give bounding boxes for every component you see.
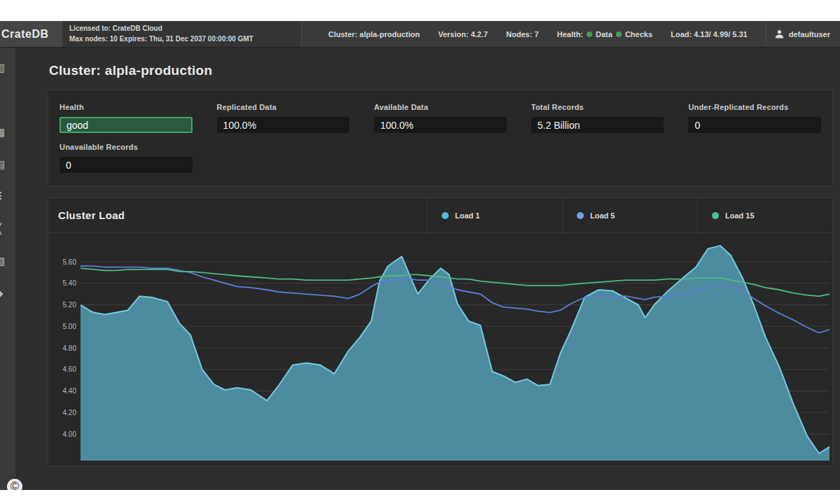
metric-available-data-label: Available Data (374, 103, 507, 111)
topbar-load: Load: 4.13/ 4.99/ 5.31 (671, 30, 747, 38)
topbar-cluster-name: Cluster: alpla-production (328, 30, 420, 38)
health-checks-label: Checks (625, 30, 652, 38)
health-label: Health: (557, 30, 583, 38)
sidebar-item-views[interactable]: ▤ (0, 153, 15, 176)
sidebar-item-monitoring[interactable]: ▧ (0, 249, 15, 273)
data-health-dot-icon (587, 31, 592, 37)
sidebar-item-shards[interactable]: ⠿ (0, 185, 15, 209)
svg-text:4.80: 4.80 (63, 344, 77, 352)
metric-replicated-data: Replicated Data 100.0% (217, 103, 350, 133)
svg-text:4.40: 4.40 (63, 387, 77, 395)
checks-health-dot-icon (616, 31, 622, 37)
svg-text:4.20: 4.20 (63, 409, 77, 416)
topbar: CrateDB Licensed to: CrateDB Cloud Max n… (0, 21, 840, 48)
chart-title: Cluster Load (48, 198, 427, 232)
overview-icon: ▥ (0, 62, 5, 74)
sidebar-item-cluster[interactable]: ╳ (0, 217, 15, 241)
legend-load-15[interactable]: Load 15 (697, 198, 832, 232)
topbar-status-strip: Cluster: alpla-production Version: 4.2.7… (301, 21, 766, 47)
sidebar-item-overview[interactable]: ▥ (0, 56, 15, 80)
topbar-nodes: Nodes: 7 (506, 30, 538, 38)
legend-load-1[interactable]: Load 1 (427, 198, 562, 232)
sidebar-item-console[interactable]: ▸ (0, 88, 15, 112)
legend-load-5-label: Load 5 (590, 211, 615, 220)
metric-replicated-data-value: 100.0% (217, 117, 350, 133)
cluster-icon: ╳ (0, 223, 1, 234)
metric-under-replicated-records-label: Under-Replicated Records (688, 103, 821, 111)
load1-dot-icon (442, 212, 449, 219)
views-icon: ▤ (0, 158, 5, 170)
topbar-health: Health: Data Checks (557, 30, 652, 38)
monitoring-icon: ▧ (0, 255, 5, 267)
metric-available-data: Available Data 100.0% (374, 103, 507, 133)
metric-total-records: Total Records 5.2 Billion (531, 103, 664, 133)
app-window: CrateDB Licensed to: CrateDB Cloud Max n… (0, 21, 840, 490)
page-title: Cluster: alpla-production (49, 63, 833, 78)
tables-icon: ▦ (0, 126, 5, 138)
license-info: Licensed to: CrateDB Cloud Max nodes: 10… (62, 21, 301, 47)
license-line1: Licensed to: CrateDB Cloud (69, 24, 301, 34)
load15-dot-icon (712, 212, 719, 219)
metric-under-replicated-records-value: 0 (688, 117, 821, 133)
cluster-load-chart: 5.605.405.205.004.804.604.404.204.00 (48, 233, 832, 465)
shards-icon: ⠿ (0, 190, 3, 202)
metric-total-records-value: 5.2 Billion (531, 117, 664, 133)
topbar-version: Version: 4.2.7 (438, 30, 488, 38)
legend-load-15-label: Load 15 (725, 211, 755, 220)
metric-under-replicated-records: Under-Replicated Records 0 (688, 103, 821, 133)
metric-replicated-data-label: Replicated Data (217, 103, 350, 111)
sidebar: ▥ ▸ ▦ ▤ ⠿ ╳ ▧ ◆ › (0, 48, 15, 490)
cratedb-logo[interactable]: CrateDB (0, 21, 62, 47)
cluster-health-panel: Health good Replicated Data 100.0% Avail… (48, 90, 833, 186)
main-content: Cluster: alpla-production Health good Re… (15, 48, 840, 490)
metric-health-label: Health (59, 103, 192, 111)
svg-text:5.60: 5.60 (63, 258, 77, 266)
svg-text:4.60: 4.60 (63, 365, 77, 373)
metric-health-value: good (59, 117, 192, 133)
sidebar-item-tables[interactable]: ▦ (0, 120, 15, 144)
load-chart-svg: 5.605.405.205.004.804.604.404.204.00 (50, 243, 832, 464)
license-line2: Max nodes: 10 Expires: Thu, 31 Dec 2037 … (69, 34, 301, 45)
svg-text:5.20: 5.20 (63, 301, 77, 309)
sidebar-item-privileges[interactable]: ◆ (0, 281, 15, 305)
metric-health: Health good (59, 103, 192, 133)
console-icon: ▸ (0, 94, 1, 106)
copyright-watermark: © (7, 479, 22, 494)
user-icon (775, 29, 784, 38)
cluster-load-header: Cluster Load Load 1 Load 5 Load 15 (48, 198, 832, 233)
cluster-load-panel: Cluster Load Load 1 Load 5 Load 15 5.605… (48, 197, 833, 466)
metric-total-records-label: Total Records (531, 103, 664, 111)
metric-unavailable-records-label: Unavailable Records (59, 143, 192, 151)
user-menu[interactable]: defaultuser (766, 21, 840, 47)
privileges-icon: ◆ (0, 287, 4, 299)
metric-unavailable-records-value: 0 (59, 157, 192, 173)
svg-text:4.00: 4.00 (63, 430, 77, 438)
username: defaultuser (789, 30, 830, 38)
health-data-label: Data (596, 30, 612, 38)
svg-text:5.00: 5.00 (63, 323, 77, 330)
metric-available-data-value: 100.0% (374, 117, 507, 133)
load5-dot-icon (577, 212, 584, 219)
sidebar-item-help[interactable]: › (0, 314, 15, 337)
legend-load-1-label: Load 1 (455, 211, 479, 220)
svg-text:5.40: 5.40 (63, 279, 77, 287)
metric-unavailable-records: Unavailable Records 0 (59, 143, 192, 173)
legend-load-5[interactable]: Load 5 (562, 198, 697, 232)
